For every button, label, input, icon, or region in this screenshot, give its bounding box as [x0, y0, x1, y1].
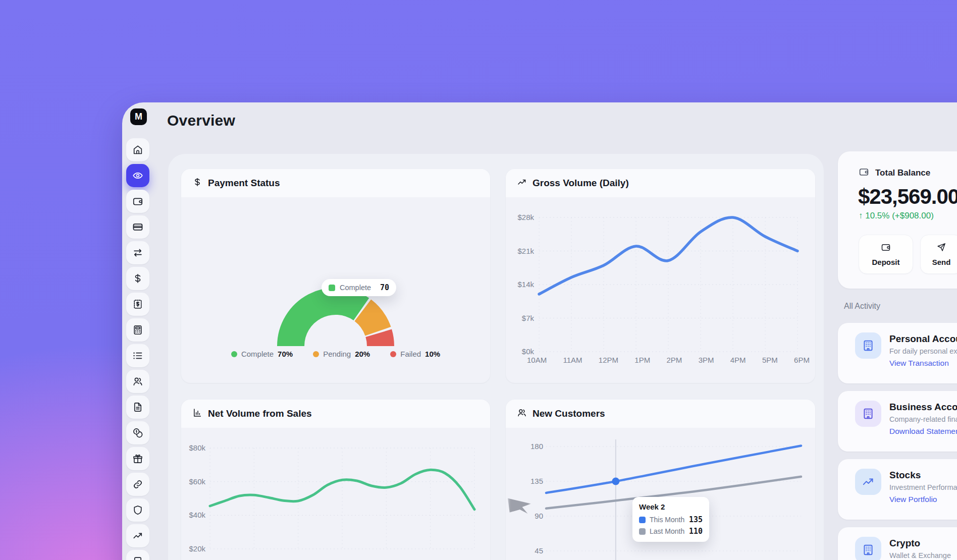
- y-tick-label: $0k: [522, 347, 534, 356]
- sidebar-item-gift[interactable]: [126, 447, 149, 470]
- users-icon: [132, 376, 143, 387]
- deposit-button[interactable]: Deposit: [859, 235, 913, 274]
- y-tick-label: 135: [530, 477, 543, 486]
- activity-item-business-account[interactable]: Business AccountCompany-related finances…: [838, 391, 957, 452]
- trend-icon-box: [855, 469, 881, 495]
- sidebar-item-credit-card[interactable]: [126, 215, 149, 239]
- users-icon: [517, 408, 527, 420]
- legend-dot: [231, 351, 237, 357]
- building-icon-box: [855, 537, 881, 560]
- activity-item-subtitle: Company-related finances: [889, 415, 957, 423]
- device-icon: [132, 556, 143, 560]
- activity-item-personal-account[interactable]: Personal AccountFor daily personal expen…: [838, 323, 957, 383]
- y-tick-label: 180: [530, 442, 543, 451]
- sidebar-item-users[interactable]: [126, 370, 149, 393]
- sidebar-item-invoice[interactable]: [126, 293, 149, 316]
- transfers-icon: [132, 247, 143, 258]
- legend-label: Failed: [400, 350, 421, 358]
- x-tick-label: 3PM: [699, 356, 714, 365]
- x-tick-label: 12PM: [599, 356, 618, 365]
- gross-volume-card: Gross Volume (Daily) $28k$21k$14k$7k$0k …: [506, 169, 815, 383]
- gross-volume-yticks: $28k$21k$14k$7k$0k: [506, 213, 534, 356]
- sidebar-item-eye[interactable]: [126, 164, 149, 187]
- sidebar-item-coins[interactable]: [126, 421, 149, 444]
- link-icon: [132, 479, 143, 490]
- tooltip-title: Week 2: [639, 502, 703, 511]
- tooltip-row: This Month135: [639, 515, 703, 524]
- gift-icon: [132, 453, 143, 464]
- sidebar-item-trend[interactable]: [126, 524, 149, 547]
- activity-item-title: Business Account: [889, 402, 957, 413]
- tooltip-series-label: This Month: [650, 516, 684, 524]
- y-tick-label: $21k: [517, 247, 534, 256]
- gross-volume-plot[interactable]: [539, 217, 798, 352]
- wallet-icon: [881, 242, 891, 254]
- tooltip-value: 70: [380, 283, 389, 292]
- sidebar: [126, 138, 149, 560]
- wallet-icon: [859, 166, 869, 179]
- gross-volume-xticks: 10AM11AM12PM1PM2PM3PM4PM5PM6PM: [527, 356, 810, 365]
- tooltip-label: Complete: [340, 284, 371, 292]
- shield-icon: [132, 505, 143, 516]
- y-tick-label: $7k: [522, 314, 534, 323]
- payment-status-body: Complete 70 Complete70%Pending20%Failed1…: [181, 197, 490, 383]
- sidebar-item-transfers[interactable]: [126, 241, 149, 264]
- sidebar-item-dollar[interactable]: [126, 267, 149, 290]
- calculator-icon: [132, 324, 143, 335]
- tooltip-series-value: 110: [689, 527, 703, 536]
- net-volume-plot[interactable]: [210, 448, 474, 549]
- trend-up-icon: [517, 177, 527, 189]
- gross-volume-title: Gross Volume (Daily): [533, 178, 629, 189]
- sidebar-item-calculator[interactable]: [126, 318, 149, 342]
- legend-dot: [390, 351, 396, 357]
- building-icon: [862, 543, 875, 556]
- legend-item: Failed10%: [390, 350, 440, 358]
- tooltip-series-label: Last Month: [650, 527, 684, 535]
- y-tick-label: $14k: [517, 280, 534, 289]
- tooltip-series-value: 135: [689, 515, 703, 524]
- activity-item-link[interactable]: View Portfolio: [889, 495, 937, 504]
- legend-value: 20%: [355, 350, 370, 358]
- tooltip-swatch: [639, 517, 646, 523]
- plane-icon: [936, 242, 946, 252]
- activity-item-link[interactable]: View Transaction: [889, 359, 949, 368]
- y-tick-label: $60k: [189, 477, 205, 486]
- trend-icon: [517, 177, 527, 187]
- legend-item: Complete70%: [231, 350, 293, 358]
- activity-item-stocks[interactable]: StocksInvestment PerformanceView Portfol…: [838, 459, 957, 520]
- sidebar-item-link[interactable]: [126, 473, 149, 496]
- x-tick-label: 2PM: [666, 356, 682, 365]
- sidebar-item-home[interactable]: [126, 138, 149, 161]
- credit-card-icon: [132, 221, 143, 233]
- new-customers-yticks: 1801359045: [520, 442, 543, 555]
- activity-item-crypto[interactable]: CryptoWallet & ExchangeView Wallet: [838, 527, 957, 560]
- sidebar-item-shield[interactable]: [126, 498, 149, 522]
- users-icon: [517, 408, 527, 418]
- all-activity-heading: All Activity: [844, 302, 880, 311]
- bar-icon: [192, 408, 202, 418]
- wallet-icon: [132, 196, 143, 207]
- building-icon-box: [855, 332, 881, 359]
- new-customers-title: New Customers: [533, 408, 605, 419]
- legend-label: Complete: [241, 350, 274, 358]
- payment-status-legend: Complete70%Pending20%Failed10%: [181, 350, 490, 358]
- sidebar-item-list[interactable]: [126, 344, 149, 367]
- sidebar-item-device[interactable]: [126, 550, 149, 560]
- sidebar-item-wallet[interactable]: [126, 190, 149, 213]
- y-tick-label: 45: [535, 546, 543, 555]
- x-tick-label: 5PM: [762, 356, 778, 365]
- new-customers-card: New Customers 1801359045 Week 2 This Mon…: [506, 400, 815, 560]
- x-tick-label: 6PM: [794, 356, 810, 365]
- bar-chart-icon: [192, 408, 202, 420]
- x-tick-label: 11AM: [563, 356, 582, 365]
- coins-icon: [132, 427, 143, 438]
- send-button[interactable]: Send: [920, 235, 957, 274]
- payment-status-card: Payment Status Complete 70 Complete70%Pe…: [181, 169, 490, 383]
- dollar-icon: [192, 177, 202, 187]
- sidebar-item-document[interactable]: [126, 396, 149, 419]
- paper-plane-icon: [936, 242, 946, 254]
- activity-item-link[interactable]: Download Statement: [889, 427, 957, 436]
- payment-status-title: Payment Status: [208, 178, 280, 189]
- tooltip-row: Last Month110: [639, 527, 703, 536]
- gross-volume-body: $28k$21k$14k$7k$0k 10AM11AM12PM1PM2PM3PM…: [506, 197, 815, 383]
